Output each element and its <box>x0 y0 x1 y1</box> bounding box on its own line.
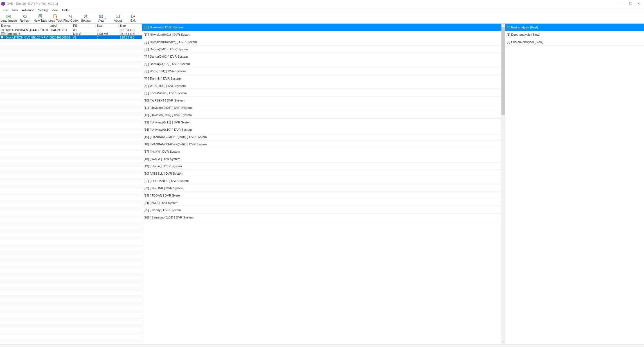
dvr-system-item[interactable]: [11] [ Jovision(0x01) ] DVR System <box>142 104 501 111</box>
dvr-system-item[interactable]: [16] [ HANBANGGAOKE(0x02) ] DVR System <box>142 141 501 148</box>
refresh-button[interactable]: Refresh <box>17 13 33 24</box>
device-cell: -Disk:TOSHIBA MQ04ABF100JU004C <box>0 28 48 32</box>
col-label[interactable]: Label <box>48 24 72 28</box>
dvr-scrollbar[interactable]: ˄ ˅ <box>501 24 505 344</box>
dvr-system-item[interactable]: [20] [ AEBELL ] DVR System <box>142 170 501 177</box>
dvr-system-item[interactable]: [23] [ JOOAN ] DVR System <box>142 192 501 199</box>
dvr-system-item[interactable]: [14] [ Uniview(0x1C) ] DVR System <box>142 126 501 133</box>
statusbar <box>0 344 644 347</box>
scroll-thumb[interactable] <box>501 27 505 115</box>
dvr-system-item[interactable]: [5] [ Dahua(CQFS) ] DVR System <box>142 60 501 67</box>
titlebar: DVR - [Dolphin DVR Pro Trial V3.2.1] — ☐… <box>0 0 644 7</box>
dvr-system-item[interactable]: [26] [ Samsung(0x01) ] DVR System <box>142 214 501 221</box>
analysis-item[interactable]: [2] Custom analysis (Slow) <box>505 38 644 46</box>
load-image-icon <box>6 14 11 19</box>
menu-setting[interactable]: Setting <box>36 8 49 12</box>
view-button[interactable]: View ▾ <box>93 13 110 24</box>
device-name: Partition:D: <box>5 32 21 35</box>
menu-task[interactable]: Task <box>10 8 20 12</box>
size-cell: 931.51 GB <box>119 32 142 35</box>
dvr-system-item[interactable]: [9] [ FocusVision ] DVR System <box>142 89 501 97</box>
find-code-icon <box>68 14 73 19</box>
start-cell: 0 <box>96 36 119 39</box>
dvr-system-item[interactable]: [6] [ WFS(0x01) ] DVR System <box>142 67 501 75</box>
start-cell: 1.00 MB <box>96 32 119 35</box>
analysis-panel: [0] Fast analysis (Fast)[1] Deep analysi… <box>505 24 644 344</box>
dvr-system-item[interactable]: [1] [ Hikvision(0x01) ] DVR System <box>142 31 501 38</box>
device-table-header: Device Label FS Start Size <box>0 24 142 28</box>
maximize-button[interactable]: ☐ <box>629 2 632 6</box>
load-image-button[interactable]: Load Image <box>0 13 17 24</box>
dvr-system-item[interactable]: [13] [ Uniview(0x11) ] DVR System <box>142 119 501 126</box>
dvr-system-list: [0] [ Unknown ] DVR System[1] [ Hikvisio… <box>142 24 501 344</box>
about-button[interactable]: About <box>110 13 125 24</box>
device-row[interactable]: Partition:D:NTFS1.00 MB931.51 GB <box>0 32 142 35</box>
menu-view[interactable]: View <box>50 8 60 12</box>
dvr-system-item[interactable]: [22] [ TP-LINK ] DVR System <box>142 184 501 192</box>
scroll-track[interactable] <box>501 27 505 341</box>
dvr-system-panel: [0] [ Unknown ] DVR System[1] [ Hikvisio… <box>142 24 505 344</box>
col-start[interactable]: Start <box>96 24 119 28</box>
col-device[interactable]: Device <box>0 24 48 28</box>
about-icon <box>116 14 120 19</box>
disk-icon <box>3 29 4 31</box>
start-cell: 0 <box>96 28 119 32</box>
device-row[interactable]: +Disk:LITEON CV8-8E128-HPV88100284910055… <box>0 35 142 39</box>
dvr-system-item[interactable]: [24] [ Nvr1 ] DVR System <box>142 199 501 206</box>
device-name: Disk:LITEON CV8-8E128-HPV881 <box>5 36 48 39</box>
menu-file[interactable]: File <box>1 8 10 12</box>
new-task-button[interactable]: New Task <box>33 13 48 24</box>
minimize-button[interactable]: — <box>621 2 624 6</box>
window-controls: — ☐ ✕ <box>621 2 643 6</box>
col-fs[interactable]: FS <box>72 24 96 28</box>
dvr-system-item[interactable]: [7] [ Tianmin ] DVR System <box>142 75 501 82</box>
refresh-icon <box>23 14 27 19</box>
dvr-system-item[interactable]: [18] [ WAPA ] DVR System <box>142 155 501 163</box>
dvr-system-item[interactable]: [19] [ ZhiLing ] DVR System <box>142 163 501 170</box>
svg-point-9 <box>85 16 86 17</box>
menu-help[interactable]: Help <box>60 8 70 12</box>
dvr-system-item[interactable]: [0] [ Unknown ] DVR System <box>142 24 501 31</box>
dvr-system-item[interactable]: [8] [ WFS(0x02) ] DVR System <box>142 82 501 89</box>
device-name: Disk:TOSHIBA MQ04ABF100JU004C <box>5 28 48 32</box>
device-rows: -Disk:TOSHIBA MQ04ABF100JU004CZ8ALPGYST#… <box>0 28 142 344</box>
device-cell: +Disk:LITEON CV8-8E128-HPV881 <box>0 36 48 39</box>
svg-rect-10 <box>99 15 103 18</box>
close-button[interactable]: ✕ <box>637 2 640 6</box>
setting-icon <box>84 14 88 19</box>
app-window: DVR - [Dolphin DVR Pro Trial V3.2.1] — ☐… <box>0 0 644 347</box>
find-code-button[interactable]: Find Code <box>63 13 78 24</box>
fs-cell: NTFS <box>72 32 96 35</box>
svg-rect-16 <box>131 15 133 18</box>
toolbar: Load Image Refresh New Task Load Task Fi… <box>0 13 644 24</box>
setting-button[interactable]: Setting <box>78 13 93 24</box>
dvr-system-item[interactable]: [10] [ WFSEXT ] DVR System <box>142 97 501 104</box>
dvr-system-item[interactable]: [3] [ Dahua(0x01) ] DVR System <box>142 46 501 53</box>
svg-line-6 <box>71 17 72 18</box>
dvr-system-item[interactable]: [25] [ Tiandy ] DVR System <box>142 206 501 214</box>
new-task-icon <box>38 14 42 19</box>
col-size[interactable]: Size <box>119 24 142 28</box>
analysis-item[interactable]: [0] Fast analysis (Fast) <box>505 24 644 31</box>
dvr-system-item[interactable]: [4] [ Dahua(0x02) ] DVR System <box>142 53 501 60</box>
menu-advance[interactable]: Advance <box>20 8 36 12</box>
dvr-system-item[interactable]: [15] [ HANBANGGAOKE(0x01) ] DVR System <box>142 133 501 141</box>
exit-button[interactable]: Exit <box>125 13 141 24</box>
svg-point-5 <box>69 15 71 17</box>
view-dropdown-icon[interactable]: ▾ <box>105 17 106 19</box>
label-cell: 002849100556 <box>48 36 72 39</box>
tree-toggle-icon[interactable]: - <box>1 29 3 31</box>
dvr-system-item[interactable]: [21] [ LECHANGE ] DVR System <box>142 177 501 184</box>
load-task-button[interactable]: Load Task <box>48 13 63 24</box>
scroll-up-icon[interactable]: ˄ <box>501 24 505 27</box>
dvr-system-item[interactable]: [12] [ Jovision(0x02) ] DVR System <box>142 111 501 119</box>
device-row[interactable]: -Disk:TOSHIBA MQ04ABF100JU004CZ8ALPGYST#… <box>0 28 142 32</box>
scroll-down-icon[interactable]: ˅ <box>501 341 505 344</box>
dvr-system-item[interactable]: [2] [ Hikvision(Brainaire) ] DVR System <box>142 38 501 46</box>
analysis-item[interactable]: [1] Deep analysis (Slow) <box>505 31 644 38</box>
window-title: DVR - [Dolphin DVR Pro Trial V3.2.1] <box>7 2 58 5</box>
tree-toggle-icon[interactable]: + <box>1 36 3 39</box>
dvr-system-item[interactable]: [17] [ HuaYi ] DVR System <box>142 148 501 155</box>
fs-cell: #0 <box>72 28 96 32</box>
svg-rect-4 <box>54 15 56 18</box>
